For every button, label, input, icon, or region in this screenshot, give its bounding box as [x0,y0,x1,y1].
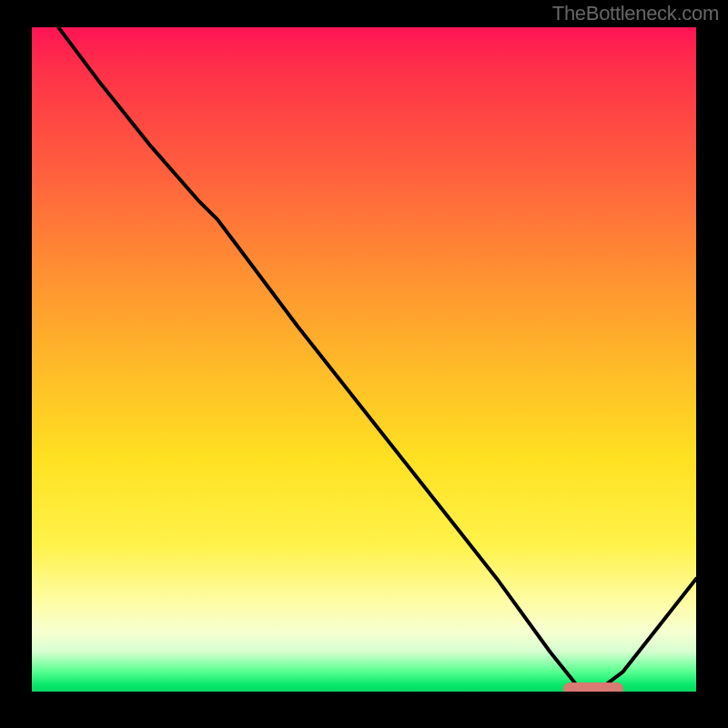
curve-layer [32,27,696,692]
watermark-text: TheBottleneck.com [552,2,719,25]
optimal-zone-marker [563,682,623,692]
bottleneck-curve [58,27,696,692]
plot-frame [32,27,696,692]
plot-area [32,27,696,692]
chart-container: TheBottleneck.com [0,0,728,728]
